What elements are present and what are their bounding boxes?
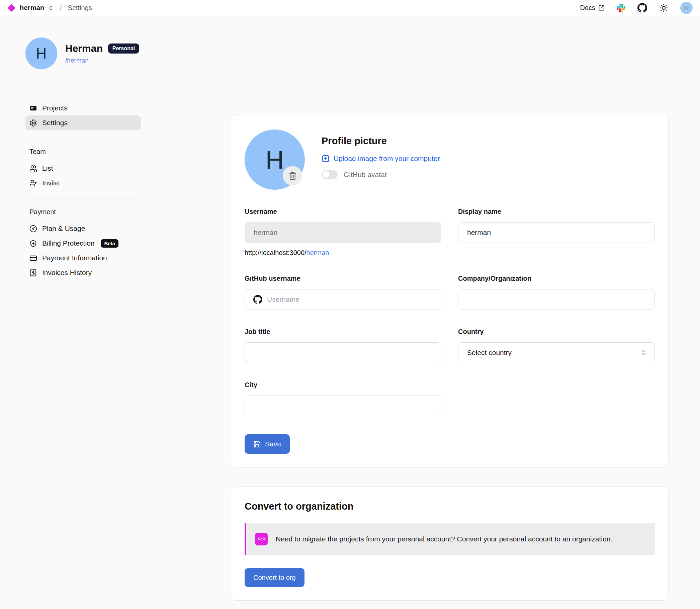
job-title-input[interactable] xyxy=(245,342,441,363)
spacer xyxy=(458,381,655,416)
gear-icon xyxy=(30,119,37,127)
sidebar-section-title-team: Team xyxy=(25,148,141,156)
breadcrumb-separator: / xyxy=(59,4,62,12)
city-label: City xyxy=(245,381,441,389)
docs-link[interactable]: Docs xyxy=(580,4,605,12)
github-username-field-group: GitHub username xyxy=(245,275,441,310)
main-content: H Profile picture Upload image from your… xyxy=(231,92,668,601)
profile-url-prefix: http://localhost:3000/ xyxy=(245,249,307,256)
trash-icon xyxy=(288,172,297,180)
gauge-icon xyxy=(30,225,37,232)
profile-picture-title: Profile picture xyxy=(321,136,440,146)
username-field-group: Username http://localhost:3000/herman xyxy=(245,208,441,257)
country-select[interactable]: Select country xyxy=(458,342,655,363)
profile-form: Username http://localhost:3000/herman Di… xyxy=(245,208,655,454)
profile-url-handle-link[interactable]: herman xyxy=(307,249,329,256)
save-button-label: Save xyxy=(265,440,281,448)
sidebar-item-billing-protection[interactable]: Billing Protection Beta xyxy=(25,236,141,250)
country-field-group: Country Select country xyxy=(458,328,655,363)
sidebar-item-label: Projects xyxy=(42,104,68,112)
sidebar-item-invoices-history[interactable]: Invoices History xyxy=(25,265,141,280)
upload-image-link[interactable]: Upload image from your computer xyxy=(321,155,440,163)
city-input[interactable] xyxy=(245,396,441,416)
job-title-field-group: Job title xyxy=(245,328,441,363)
company-input[interactable] xyxy=(458,289,655,310)
convert-notice-banner: </> Need to migrate the projects from yo… xyxy=(245,523,655,555)
job-title-label: Job title xyxy=(245,328,441,336)
projects-icon xyxy=(30,104,37,112)
sidebar-item-team-invite[interactable]: Invite xyxy=(25,176,141,190)
github-input-icon xyxy=(253,295,262,304)
topbar: herman / Settings Docs H xyxy=(0,0,700,16)
sidebar-section-title-payment: Payment xyxy=(25,208,141,216)
sidebar-item-label: Invoices History xyxy=(42,269,92,277)
save-button[interactable]: Save xyxy=(245,434,290,454)
sun-theme-toggle-icon[interactable] xyxy=(659,3,668,12)
display-name-field-group: Display name xyxy=(458,208,655,257)
username-input xyxy=(245,222,441,243)
upload-icon xyxy=(321,155,330,163)
personal-badge: Personal xyxy=(108,44,140,54)
github-avatar-toggle[interactable] xyxy=(321,170,338,179)
code-icon: </> xyxy=(255,533,268,545)
sidebar-item-label: Invite xyxy=(42,179,59,187)
user-avatar[interactable]: H xyxy=(680,2,693,14)
display-name-input[interactable] xyxy=(458,222,655,243)
sidebar-item-label: Billing Protection xyxy=(42,239,94,247)
company-label: Company/Organization xyxy=(458,275,655,282)
sidebar-item-label: Settings xyxy=(42,119,68,127)
country-select-value: Select country xyxy=(467,349,512,357)
topbar-actions: Docs H xyxy=(580,2,693,14)
upload-link-label: Upload image from your computer xyxy=(334,155,440,163)
receipt-icon xyxy=(30,269,37,277)
profile-avatar: H xyxy=(25,37,57,69)
chevrons-up-down-icon xyxy=(641,349,647,356)
profile-handle-link[interactable]: /herman xyxy=(65,57,139,64)
delete-avatar-button[interactable] xyxy=(283,166,302,185)
sidebar-item-settings[interactable]: Settings xyxy=(25,116,141,130)
external-link-icon xyxy=(598,5,605,11)
company-field-group: Company/Organization xyxy=(458,275,655,310)
github-username-label: GitHub username xyxy=(245,275,441,282)
username-label: Username xyxy=(245,208,441,215)
convert-card-title: Convert to organization xyxy=(245,501,655,512)
github-icon[interactable] xyxy=(637,3,647,13)
save-icon xyxy=(253,440,261,448)
sidebar-item-payment-information[interactable]: Payment Information xyxy=(25,250,141,265)
convert-to-org-button-label: Convert to org xyxy=(253,574,296,581)
sidebar-item-projects[interactable]: Projects xyxy=(25,101,141,116)
profile-name: Herman xyxy=(65,43,103,54)
github-avatar-toggle-label: GitHub avatar xyxy=(344,171,387,179)
convert-to-org-button[interactable]: Convert to org xyxy=(245,568,304,587)
sidebar-item-plan-usage[interactable]: Plan & Usage xyxy=(25,221,141,236)
profile-header: H Herman Personal /herman xyxy=(25,37,700,69)
profile-url: http://localhost:3000/herman xyxy=(245,249,441,257)
toggle-knob xyxy=(322,171,330,178)
profile-picture: H xyxy=(245,129,305,190)
beta-badge: Beta xyxy=(101,239,119,248)
chevrons-up-down-icon[interactable] xyxy=(48,5,54,11)
docs-label: Docs xyxy=(580,4,595,12)
shield-plus-icon xyxy=(30,240,37,247)
sidebar-item-label: Payment Information xyxy=(42,254,107,262)
profile-header-text: Herman Personal /herman xyxy=(65,43,139,64)
country-label: Country xyxy=(458,328,655,336)
credit-card-icon xyxy=(30,254,37,262)
workspace-switcher[interactable]: herman xyxy=(20,4,44,12)
convert-notice-text: Need to migrate the projects from your p… xyxy=(276,535,612,543)
github-username-input[interactable] xyxy=(245,289,441,310)
display-name-label: Display name xyxy=(458,208,655,215)
breadcrumb: herman / Settings xyxy=(7,4,92,12)
profile-settings-card: H Profile picture Upload image from your… xyxy=(231,114,668,468)
sidebar-item-team-list[interactable]: List xyxy=(25,161,141,176)
slack-icon[interactable] xyxy=(617,4,625,12)
sidebar-item-label: Plan & Usage xyxy=(42,225,85,232)
workspace-diamond-icon xyxy=(7,4,15,12)
breadcrumb-current-page: Settings xyxy=(68,4,92,12)
user-plus-icon xyxy=(30,179,37,187)
city-field-group: City xyxy=(245,381,441,416)
convert-to-organization-card: Convert to organization </> Need to migr… xyxy=(231,487,668,601)
users-icon xyxy=(30,164,37,172)
sidebar-item-label: List xyxy=(42,164,53,172)
sidebar: Projects Settings Team List xyxy=(25,92,141,289)
